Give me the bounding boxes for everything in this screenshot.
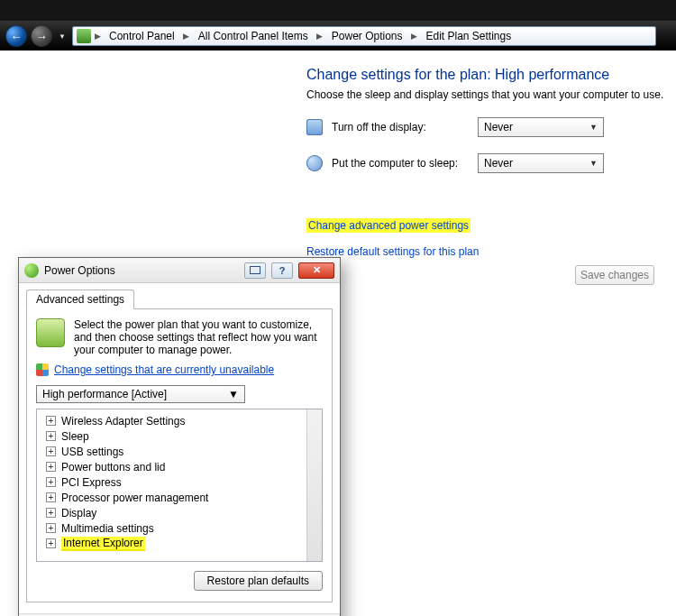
tree-node-sleep[interactable]: +Sleep: [39, 428, 320, 444]
battery-icon: [36, 318, 65, 347]
tab-advanced-settings[interactable]: Advanced settings: [26, 290, 134, 309]
expand-icon[interactable]: +: [46, 477, 56, 487]
expand-icon[interactable]: +: [46, 508, 56, 518]
power-options-dialog: Power Options ? ✕ Advanced settings Sele…: [18, 257, 341, 616]
shield-icon: [36, 363, 49, 376]
page-subtitle: Choose the sleep and display settings th…: [306, 88, 676, 101]
dialog-tabstrip: Advanced settings: [26, 289, 333, 309]
dialog-restore-button[interactable]: [244, 262, 266, 279]
tree-node-pci[interactable]: +PCI Express: [39, 474, 320, 490]
expand-icon[interactable]: +: [46, 492, 56, 502]
display-select-value: Never: [484, 121, 513, 133]
chevron-right-icon: ▶: [409, 32, 418, 41]
expand-icon[interactable]: +: [46, 431, 56, 441]
explorer-navbar: ← → ▼ ▶ Control Panel ▶ All Control Pane…: [0, 22, 676, 51]
expand-icon[interactable]: +: [46, 446, 56, 456]
link-change-unavailable-label: Change settings that are currently unava…: [54, 363, 274, 376]
tree-node-wireless[interactable]: +Wireless Adapter Settings: [39, 413, 320, 428]
dialog-title: Power Options: [44, 264, 115, 277]
sleep-label: Put the computer to sleep:: [332, 157, 458, 170]
restore-plan-defaults-button[interactable]: Restore plan defaults: [194, 571, 323, 591]
tree-node-power-buttons[interactable]: +Power buttons and lid: [39, 459, 320, 474]
page-title: Change settings for the plan: High perfo…: [306, 67, 676, 83]
control-panel-icon: [77, 29, 91, 43]
display-select[interactable]: Never ▼: [478, 117, 604, 137]
tree-node-internet-explorer[interactable]: +Internet Explorer: [39, 536, 320, 551]
breadcrumb-power-options[interactable]: Power Options: [326, 30, 408, 42]
breadcrumb-root[interactable]: Control Panel: [104, 30, 180, 42]
chevron-down-icon: ▼: [589, 159, 598, 168]
back-button[interactable]: ←: [5, 25, 27, 47]
expand-icon[interactable]: +: [46, 416, 56, 426]
link-restore-defaults[interactable]: Restore default settings for this plan: [306, 245, 676, 258]
expand-icon[interactable]: +: [46, 462, 56, 472]
sleep-icon: [306, 155, 323, 171]
dialog-description: Select the power plan that you want to c…: [74, 318, 323, 356]
power-icon: [24, 263, 39, 278]
save-changes-button[interactable]: Save changes: [575, 265, 654, 285]
address-bar[interactable]: ▶ Control Panel ▶ All Control Panel Item…: [72, 26, 656, 46]
tree-node-processor[interactable]: +Processor power management: [39, 490, 320, 505]
dialog-help-button[interactable]: ?: [271, 262, 293, 279]
chevron-right-icon: ▶: [315, 32, 324, 41]
window-titlebar: [0, 0, 676, 22]
tree-node-usb[interactable]: +USB settings: [39, 444, 320, 459]
breadcrumb-edit-plan[interactable]: Edit Plan Settings: [420, 30, 516, 42]
link-change-unavailable[interactable]: Change settings that are currently unava…: [36, 363, 323, 376]
display-label: Turn off the display:: [332, 121, 426, 133]
dialog-close-button[interactable]: ✕: [298, 262, 334, 279]
tab-panel: Select the power plan that you want to c…: [26, 309, 333, 602]
expand-icon[interactable]: +: [46, 523, 56, 533]
tree-scrollbar[interactable]: [306, 409, 322, 561]
chevron-right-icon: ▶: [182, 32, 191, 41]
tree-node-display[interactable]: +Display: [39, 505, 320, 520]
setting-row-sleep: Put the computer to sleep: Never ▼: [306, 153, 676, 173]
dialog-titlebar[interactable]: Power Options ? ✕: [19, 258, 340, 283]
link-change-advanced[interactable]: Change advanced power settings: [306, 218, 470, 233]
nav-history-dropdown[interactable]: ▼: [56, 26, 69, 46]
sleep-select-value: Never: [484, 157, 513, 170]
setting-row-display: Turn off the display: Never ▼: [306, 117, 676, 137]
forward-button[interactable]: →: [31, 25, 52, 47]
plan-select[interactable]: High performance [Active] ▼: [36, 385, 245, 403]
settings-tree[interactable]: +Wireless Adapter Settings +Sleep +USB s…: [36, 409, 323, 562]
display-icon: [306, 119, 323, 135]
chevron-down-icon: ▼: [228, 388, 239, 400]
chevron-down-icon: ▼: [589, 123, 598, 132]
expand-icon[interactable]: +: [46, 538, 56, 548]
plan-select-value: High performance [Active]: [42, 388, 167, 400]
sleep-select[interactable]: Never ▼: [478, 153, 604, 173]
breadcrumb-all-items[interactable]: All Control Panel Items: [193, 30, 314, 42]
chevron-right-icon: ▶: [93, 32, 102, 41]
tree-node-multimedia[interactable]: +Multimedia settings: [39, 520, 320, 536]
